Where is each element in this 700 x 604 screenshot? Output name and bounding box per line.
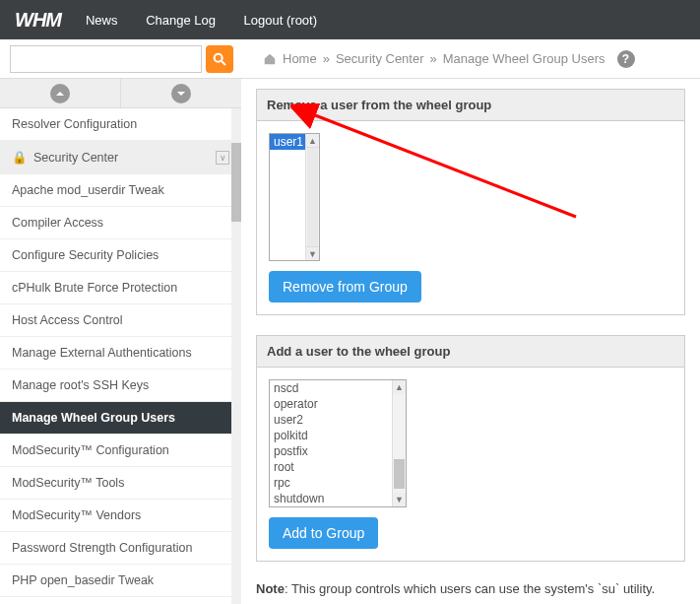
- list-item[interactable]: shutdown: [270, 491, 406, 506]
- list-item[interactable]: polkitd: [270, 428, 406, 443]
- svg-line-1: [222, 61, 225, 65]
- remove-from-group-button[interactable]: Remove from Group: [269, 271, 421, 302]
- nav-logout[interactable]: Logout (root): [244, 13, 317, 28]
- breadcrumb-l2: Manage Wheel Group Users: [443, 51, 605, 66]
- sidebar-item[interactable]: Host Access Control: [0, 304, 241, 337]
- sidebar-item[interactable]: PHP open_basedir Tweak: [0, 565, 241, 597]
- search-button[interactable]: [206, 45, 233, 73]
- collapse-up-button[interactable]: [50, 84, 70, 103]
- search-icon: [212, 51, 227, 67]
- sidebar-item[interactable]: ModSecurity™ Configuration: [0, 435, 241, 467]
- sidebar-controls: [0, 79, 241, 108]
- add-user-select[interactable]: nscdoperatoruser2polkitdpostfixrootrpcsh…: [269, 379, 407, 507]
- remove-user-select[interactable]: user1 ▲▼: [269, 133, 320, 261]
- sidebar: Resolver Configuration🔒Security Center∨A…: [0, 79, 241, 604]
- topnav: News Change Log Logout (root): [86, 13, 342, 28]
- sidebar-item[interactable]: Manage Wheel Group Users: [0, 402, 241, 435]
- sidebar-section-header[interactable]: 🔒Security Center∨: [0, 141, 241, 174]
- subbar: Home » Security Center » Manage Wheel Gr…: [0, 39, 700, 79]
- content: Remove a user from the wheel group user1…: [241, 79, 700, 604]
- topbar: WHM News Change Log Logout (root): [0, 0, 700, 39]
- sidebar-item[interactable]: cPHulk Brute Force Protection: [0, 272, 241, 304]
- remove-panel-title: Remove a user from the wheel group: [257, 90, 684, 121]
- sidebar-item[interactable]: Apache mod_userdir Tweak: [0, 174, 241, 207]
- sidebar-item[interactable]: Manage root's SSH Keys: [0, 369, 241, 402]
- sidebar-item[interactable]: Password Strength Configuration: [0, 532, 241, 565]
- list-item[interactable]: rpc: [270, 475, 406, 491]
- add-panel-title: Add a user to the wheel group: [257, 336, 684, 368]
- chevron-icon: ∨: [216, 151, 229, 165]
- list-item[interactable]: user2: [270, 412, 406, 428]
- help-icon[interactable]: ?: [617, 50, 635, 68]
- scroll-down-icon[interactable]: ▼: [306, 246, 319, 260]
- nav-news[interactable]: News: [86, 13, 118, 28]
- breadcrumb-home[interactable]: Home: [283, 51, 317, 66]
- sidebar-item[interactable]: ModSecurity™ Vendors: [0, 500, 241, 532]
- scroll-down-icon[interactable]: ▼: [393, 493, 406, 506]
- nav-changelog[interactable]: Change Log: [146, 13, 216, 28]
- sidebar-item[interactable]: Compiler Access: [0, 207, 241, 239]
- list-item[interactable]: root: [270, 459, 406, 475]
- sidebar-list: Resolver Configuration🔒Security Center∨A…: [0, 108, 241, 604]
- scroll-up-icon[interactable]: ▲: [306, 134, 319, 148]
- list-item[interactable]: nscd: [270, 380, 406, 396]
- sidebar-item[interactable]: Configure Security Policies: [0, 239, 241, 272]
- home-icon: [263, 52, 277, 66]
- sidebar-item[interactable]: Security Advisor: [0, 597, 241, 604]
- remove-panel: Remove a user from the wheel group user1…: [256, 89, 685, 315]
- lock-icon: 🔒: [12, 150, 28, 165]
- list-item[interactable]: postfix: [270, 443, 406, 459]
- logo: WHM: [15, 9, 61, 32]
- breadcrumb: Home » Security Center » Manage Wheel Gr…: [263, 50, 635, 68]
- note-text: Note: This group controls which users ca…: [256, 581, 685, 596]
- sidebar-item[interactable]: ModSecurity™ Tools: [0, 467, 241, 500]
- sidebar-item[interactable]: Resolver Configuration: [0, 108, 241, 141]
- add-to-group-button[interactable]: Add to Group: [269, 517, 378, 549]
- sidebar-scrollbar[interactable]: [231, 108, 241, 604]
- svg-point-0: [215, 53, 223, 61]
- scroll-up-icon[interactable]: ▲: [393, 380, 406, 394]
- breadcrumb-l1[interactable]: Security Center: [336, 51, 424, 66]
- add-panel: Add a user to the wheel group nscdoperat…: [256, 335, 685, 562]
- list-item[interactable]: operator: [270, 396, 406, 412]
- search-input[interactable]: [10, 45, 202, 73]
- sidebar-item[interactable]: Manage External Authentications: [0, 337, 241, 369]
- collapse-down-button[interactable]: [171, 84, 191, 103]
